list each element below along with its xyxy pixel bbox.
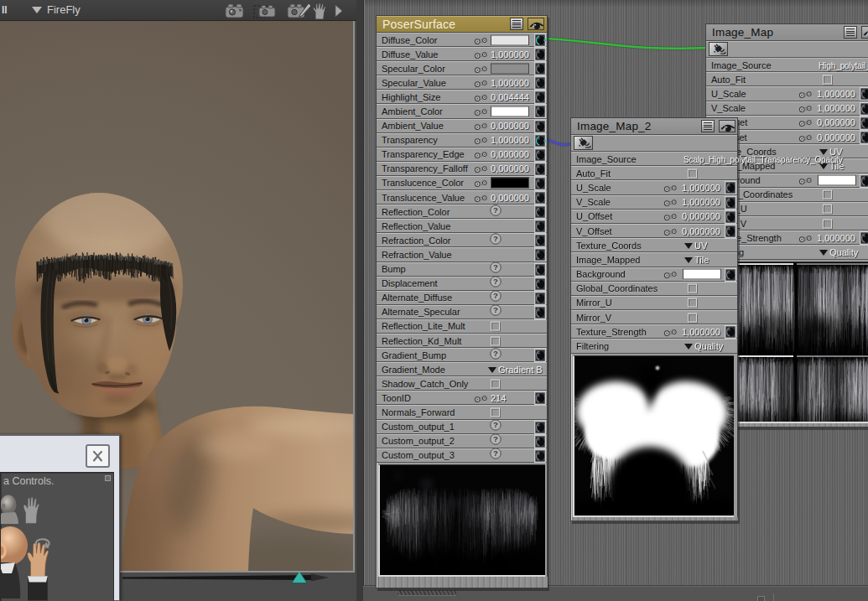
node-connector[interactable] bbox=[534, 435, 546, 448]
node-connector[interactable] bbox=[860, 102, 868, 116]
node-menu-button[interactable] bbox=[701, 120, 715, 132]
node-connector[interactable] bbox=[534, 91, 546, 104]
new-node-question-icon[interactable]: ? bbox=[490, 262, 502, 273]
node-connector[interactable] bbox=[534, 263, 546, 277]
dropdown-value[interactable]: UV bbox=[694, 241, 707, 251]
node-connector[interactable] bbox=[534, 277, 546, 291]
row-value[interactable]: 0,000000 bbox=[491, 163, 529, 174]
node-connector[interactable] bbox=[534, 349, 546, 362]
node-connector[interactable] bbox=[534, 421, 546, 434]
row-value[interactable]: 1,000000 bbox=[682, 183, 720, 193]
color-swatch[interactable] bbox=[491, 34, 529, 45]
dropdown-triangle-icon[interactable] bbox=[684, 344, 693, 350]
row-checkbox[interactable] bbox=[491, 322, 500, 331]
node-connector[interactable] bbox=[534, 177, 546, 190]
row-value[interactable]: 1,000000 bbox=[682, 197, 720, 207]
color-swatch[interactable] bbox=[491, 106, 529, 117]
new-node-question-icon[interactable]: ? bbox=[490, 448, 502, 459]
row-value[interactable]: High_polytail_Transparency_Opacity bbox=[819, 60, 868, 70]
animation-plug-icon[interactable] bbox=[798, 235, 813, 242]
row-value[interactable]: 214 bbox=[491, 393, 506, 403]
new-node-question-icon[interactable]: ? bbox=[490, 419, 502, 431]
row-checkbox[interactable] bbox=[688, 284, 697, 293]
animation-plug-icon[interactable] bbox=[798, 91, 813, 98]
animation-plug-icon[interactable] bbox=[474, 108, 489, 116]
row-value[interactable]: 1,000000 bbox=[817, 89, 855, 99]
animation-plug-icon[interactable] bbox=[474, 179, 489, 187]
edit-camera-icon[interactable] bbox=[285, 2, 312, 20]
row-value[interactable]: 0,004444 bbox=[491, 92, 529, 102]
animation-plug-icon[interactable] bbox=[663, 271, 678, 278]
node-connector[interactable] bbox=[534, 105, 546, 118]
node-connector[interactable] bbox=[860, 231, 868, 245]
node-connector[interactable] bbox=[534, 234, 546, 247]
camera-icon[interactable] bbox=[222, 2, 247, 20]
row-checkbox[interactable] bbox=[491, 379, 500, 388]
node-connector[interactable] bbox=[534, 306, 546, 319]
resize-grip[interactable] bbox=[398, 590, 456, 596]
scale-slider-track[interactable] bbox=[122, 575, 313, 580]
new-node-question-icon[interactable]: ? bbox=[490, 276, 502, 288]
node-menu-button[interactable] bbox=[844, 26, 857, 39]
node-connector[interactable] bbox=[860, 117, 868, 130]
row-checkbox[interactable] bbox=[688, 313, 697, 322]
node-header-poser_surface[interactable]: PoserSurface bbox=[377, 16, 547, 33]
row-value[interactable]: 0,000000 bbox=[491, 149, 529, 159]
animation-plug-icon[interactable] bbox=[798, 105, 813, 112]
row-value[interactable]: 1,000000 bbox=[491, 78, 529, 88]
node-preview-toggle[interactable] bbox=[861, 26, 868, 39]
node-menu-button[interactable] bbox=[510, 18, 523, 30]
node-connector[interactable] bbox=[725, 181, 736, 194]
new-node-question-icon[interactable]: ? bbox=[490, 205, 502, 216]
animation-plug-icon[interactable] bbox=[663, 213, 678, 220]
color-swatch[interactable] bbox=[818, 175, 856, 186]
animation-plug-icon[interactable] bbox=[798, 119, 813, 127]
row-value[interactable]: Scalp_High_polytail_Transparency_Opacity bbox=[683, 154, 843, 163]
new-node-question-icon[interactable]: ? bbox=[490, 348, 502, 360]
animation-plug-icon[interactable] bbox=[474, 37, 489, 44]
row-value[interactable]: 0,000000 bbox=[817, 132, 855, 142]
color-swatch[interactable] bbox=[683, 269, 721, 280]
node-connector[interactable] bbox=[534, 220, 546, 233]
node-preview-toggle[interactable] bbox=[719, 120, 735, 132]
row-value[interactable]: 0,000000 bbox=[491, 193, 529, 203]
row-checkbox[interactable] bbox=[823, 205, 832, 214]
row-value[interactable]: 0,000000 bbox=[682, 211, 720, 221]
node-connector[interactable] bbox=[534, 62, 546, 75]
new-node-question-icon[interactable]: ? bbox=[490, 304, 502, 316]
animation-plug-icon[interactable] bbox=[474, 65, 489, 73]
color-swatch[interactable] bbox=[491, 178, 529, 189]
dropdown-triangle-icon[interactable] bbox=[488, 367, 496, 373]
animation-plug-icon[interactable] bbox=[474, 395, 489, 402]
node-connector[interactable] bbox=[725, 196, 736, 210]
dropdown-value[interactable]: Quality bbox=[829, 247, 858, 257]
row-checkbox[interactable] bbox=[823, 75, 832, 84]
node-connector[interactable] bbox=[534, 134, 546, 148]
node-connector[interactable] bbox=[534, 391, 546, 405]
node-connector[interactable] bbox=[860, 174, 868, 188]
node-preview-toggle[interactable] bbox=[528, 18, 544, 30]
animation-plug-icon[interactable] bbox=[663, 184, 678, 192]
camera-thumbnails[interactable] bbox=[1, 473, 114, 601]
node-connector[interactable] bbox=[725, 268, 736, 282]
node-connector[interactable] bbox=[725, 210, 736, 224]
animation-plug-icon[interactable] bbox=[663, 329, 678, 336]
renderer-dropdown[interactable]: FireFly bbox=[32, 3, 81, 16]
color-swatch[interactable] bbox=[491, 63, 529, 74]
dropdown-triangle-icon[interactable] bbox=[684, 257, 693, 263]
node-connector[interactable] bbox=[725, 325, 736, 339]
row-value[interactable]: 1,000000 bbox=[491, 49, 529, 60]
row-value[interactable]: 0,000000 bbox=[682, 226, 720, 236]
animation-plug-icon[interactable] bbox=[474, 122, 489, 130]
node-connector[interactable] bbox=[534, 292, 546, 305]
node-connector[interactable] bbox=[534, 48, 546, 61]
animation-plug-icon[interactable] bbox=[474, 137, 489, 144]
animation-plug-icon[interactable] bbox=[474, 94, 489, 101]
animation-plug-icon[interactable] bbox=[663, 228, 678, 236]
animation-plug-icon[interactable] bbox=[474, 194, 489, 202]
dropdown-triangle-icon[interactable] bbox=[819, 250, 828, 256]
row-value[interactable]: 1,000000 bbox=[491, 135, 529, 145]
node-connector[interactable] bbox=[534, 120, 546, 133]
node-connector[interactable] bbox=[860, 131, 868, 144]
node-connector[interactable] bbox=[534, 191, 546, 205]
